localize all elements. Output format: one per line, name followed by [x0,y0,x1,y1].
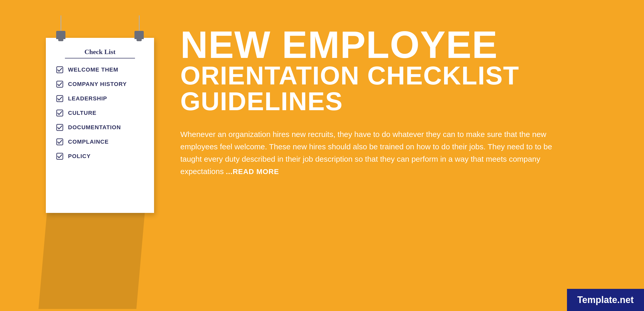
checkbox-icon-4 [56,109,63,117]
paper-title: Check List [56,48,144,56]
paper-title-underline [65,58,135,58]
read-more-link[interactable]: ...READ MORE [226,168,279,176]
template-badge-label: Template.net [577,295,634,305]
paper-container: Check List WELCOME THEM [46,15,154,213]
checkbox-icon-6 [56,138,63,145]
subtitle-line2: ORIENTATION CHECKLIST [180,61,605,90]
main-title: NEW EMPLOYEE [180,26,605,64]
checklist-item-6: COMPLAINCE [56,138,144,145]
subtitle-line3: GUIDELINES [180,87,605,115]
checklist-label-5: DOCUMENTATION [68,124,121,131]
clip-body-left [56,31,65,39]
clip-string-right [139,15,140,31]
checklist-label-6: COMPLAINCE [68,139,109,145]
checkbox-icon-2 [56,81,63,88]
checkbox-icon-3 [56,95,63,102]
checklist-item-3: LEADERSHIP [56,95,144,102]
checklist-label-3: LEADERSHIP [68,95,107,102]
checklist-item-2: COMPANY HISTORY [56,81,144,88]
clip-body-right [134,31,144,39]
checklist-label-7: POLICY [68,153,91,160]
clips-row [46,15,154,39]
clip-string-left [61,15,61,31]
checklist-item-5: DOCUMENTATION [56,124,144,131]
checklist-label-2: COMPANY HISTORY [68,81,127,88]
clip-left [56,15,65,39]
page-background: Check List WELCOME THEM [0,0,644,311]
template-badge[interactable]: Template.net [567,289,644,311]
paper-sheet: Check List WELCOME THEM [46,38,154,213]
checklist-item-4: CULTURE [56,109,144,117]
checklist-item-1: WELCOME THEM [56,66,144,73]
right-content: NEW EMPLOYEE ORIENTATION CHECKLIST GUIDE… [180,26,605,178]
checkbox-icon-7 [56,153,63,160]
checkbox-icon-5 [56,124,63,131]
description-text: Whenever an organization hires new recru… [180,128,567,178]
checklist-label-4: CULTURE [68,110,96,116]
checklist-item-7: POLICY [56,153,144,160]
clip-right [134,15,144,39]
checklist-label-1: WELCOME THEM [68,66,118,73]
checkbox-icon-1 [56,66,63,73]
